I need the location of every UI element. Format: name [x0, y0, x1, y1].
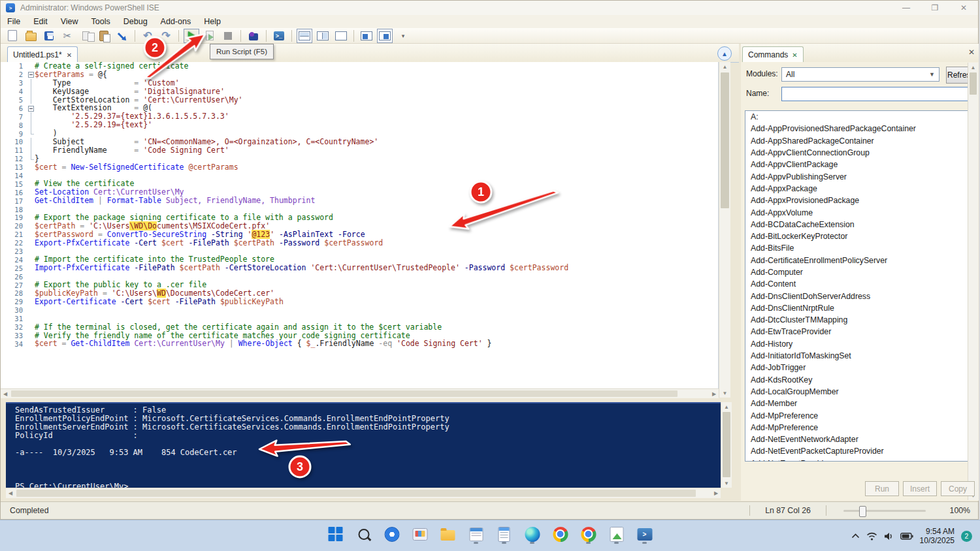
command-list-item[interactable]: Add-AppProvisionedSharedPackageContainer — [745, 123, 974, 134]
taskbar-app-image-editor-icon[interactable] — [609, 525, 625, 543]
editor-vscroll-thumb[interactable] — [721, 72, 729, 208]
volume-icon[interactable] — [884, 532, 894, 541]
command-list-item[interactable]: A: — [745, 111, 974, 123]
script-pane-right-button[interactable] — [315, 29, 331, 43]
redo-button[interactable]: ↷ — [158, 29, 174, 43]
run-selection-button[interactable] — [202, 29, 218, 43]
scroll-down-icon[interactable]: ▼ — [721, 479, 732, 488]
copy-button[interactable] — [78, 29, 93, 43]
scroll-right-icon[interactable]: ▶ — [710, 389, 719, 398]
script-editor[interactable]: 1# Create a self-signed certificate2$cer… — [1, 62, 719, 398]
fold-marker[interactable] — [27, 71, 35, 79]
editor-vscrollbar[interactable]: ▲ ▼ — [719, 62, 730, 398]
name-input[interactable] — [781, 87, 975, 101]
zoom-slider[interactable] — [843, 510, 926, 512]
command-list-item[interactable]: Add-MpPreference — [745, 409, 974, 421]
command-list-item[interactable]: Add-AppSharedPackageContainer — [745, 135, 974, 147]
console-pane[interactable]: SendAsTrustedIssuer : FalseEnrollmentPol… — [6, 402, 721, 488]
cut-button[interactable]: ✂ — [59, 29, 75, 43]
taskbar-powershell-icon[interactable]: > — [637, 525, 653, 543]
undo-button[interactable]: ↶ — [140, 29, 155, 43]
toolbar-overflow-button[interactable]: ▾ — [395, 29, 411, 43]
clear-console-button[interactable] — [114, 29, 130, 43]
command-list-item[interactable]: Add-DnsClientDohServerAddress — [745, 290, 974, 302]
command-list-item[interactable]: Add-BitsFile — [745, 242, 974, 254]
taskbar-chrome-icon[interactable] — [553, 525, 568, 543]
command-list-item[interactable]: Add-Computer — [745, 266, 974, 278]
menu-edit[interactable]: Edit — [27, 17, 54, 26]
tray-chevron-up-icon[interactable] — [851, 533, 860, 539]
scroll-down-icon[interactable]: ▼ — [719, 388, 730, 398]
command-list-item[interactable]: Add-CertificateEnrollmentPolicyServer — [745, 255, 974, 266]
command-list-item[interactable]: Add-BCDataCacheExtension — [745, 219, 974, 230]
taskbar-chrome-2-icon[interactable] — [581, 525, 596, 543]
collapse-script-pane-icon[interactable]: ▲ — [717, 46, 732, 61]
command-list-item[interactable]: Add-InitiatorIdToMaskingSet — [745, 350, 974, 362]
taskbar-start-icon[interactable] — [328, 525, 344, 543]
script-pane-maximized-button[interactable] — [333, 29, 349, 43]
scroll-left-icon[interactable]: ◀ — [1, 389, 10, 398]
command-list-item[interactable]: Add-AppxProvisionedPackage — [745, 195, 974, 206]
command-list-item[interactable]: Add-AppxPackage — [745, 183, 974, 195]
pane-close-icon[interactable]: ✕ — [968, 48, 975, 57]
taskbar-search-icon[interactable] — [356, 525, 372, 543]
minimize-button[interactable]: — — [892, 1, 921, 15]
command-list-item[interactable]: Add-KdsRootKey — [745, 374, 974, 386]
command-list-item[interactable]: Add-AppxVolume — [745, 206, 974, 218]
script-pane-top-button[interactable] — [297, 29, 312, 43]
commands-scroll-thumb[interactable] — [970, 72, 977, 95]
tab-commands[interactable]: Commands ✕ — [742, 46, 804, 63]
command-list-item[interactable]: Add-JobTrigger — [745, 362, 974, 373]
copy-button[interactable]: Copy — [941, 481, 975, 496]
command-list-item[interactable]: Add-Member — [745, 398, 974, 409]
command-list-item[interactable]: Add-EtwTraceProvider — [745, 326, 974, 338]
scroll-up-icon[interactable]: ▲ — [721, 402, 732, 411]
command-list-item[interactable]: Add-NetEventPacketCaptureProvider — [745, 445, 974, 457]
command-list-item[interactable]: Add-Content — [745, 278, 974, 290]
command-list-item[interactable]: Add-DnsClientNrptRule — [745, 302, 974, 314]
command-list-item[interactable]: Add-History — [745, 338, 974, 350]
editor-hscroll-thumb[interactable] — [11, 390, 678, 397]
command-list-item[interactable]: Add-DtcClusterTMMapping — [745, 314, 974, 326]
tab-close-icon[interactable]: ✕ — [67, 52, 72, 59]
battery-icon[interactable] — [900, 533, 913, 540]
taskbar-app-window-icon[interactable] — [468, 525, 484, 543]
command-list-item[interactable]: Add-AppvPublishingServer — [745, 170, 974, 182]
console-hscrollbar[interactable]: ◀ ▶ — [6, 488, 721, 498]
notification-badge[interactable]: 2 — [961, 531, 972, 542]
console-hscroll-thumb[interactable] — [16, 490, 696, 497]
modules-dropdown[interactable]: All ▼ — [781, 67, 939, 82]
tab-close-icon[interactable]: ✕ — [792, 52, 797, 59]
command-list-item[interactable]: Add-BitLockerKeyProtector — [745, 230, 974, 242]
command-list-item[interactable]: Add-MpPreference — [745, 422, 974, 433]
open-script-button[interactable] — [23, 29, 39, 43]
script-pane-float-button[interactable] — [377, 29, 393, 43]
close-button[interactable]: ✕ — [949, 1, 978, 15]
taskbar-file-explorer-icon[interactable] — [440, 525, 456, 543]
menu-help[interactable]: Help — [197, 17, 227, 26]
menu-tools[interactable]: Tools — [85, 17, 117, 26]
command-list-item[interactable]: Add-AppvClientConnectionGroup — [745, 147, 974, 159]
taskbar-app-blue-circle-icon[interactable] — [384, 525, 400, 543]
commands-list-scrollbar[interactable]: ▲ ▼ — [968, 63, 978, 500]
stop-operation-button[interactable] — [220, 29, 236, 43]
taskbar-edge-icon[interactable] — [525, 525, 540, 543]
menu-addons[interactable]: Add-ons — [154, 17, 198, 26]
paste-button[interactable] — [96, 29, 112, 43]
scroll-right-icon[interactable]: ▶ — [711, 488, 721, 498]
show-script-pane-button[interactable] — [359, 29, 374, 43]
new-script-button[interactable] — [5, 29, 20, 43]
fold-marker[interactable] — [27, 104, 35, 112]
command-list-item[interactable]: Add-LocalGroupMember — [745, 386, 974, 398]
run-button[interactable]: Run — [865, 481, 899, 496]
menu-view[interactable]: View — [54, 17, 85, 26]
menu-debug[interactable]: Debug — [117, 17, 154, 26]
taskbar-app-media-icon[interactable] — [412, 525, 428, 543]
tab-untitled1[interactable]: Untitled1.ps1* ✕ — [7, 46, 78, 63]
command-list-item[interactable]: Add-NetEventNetworkAdapter — [745, 433, 974, 445]
taskbar-notepad-icon[interactable] — [497, 525, 512, 543]
start-powershell-button[interactable]: >_ — [271, 29, 287, 43]
new-remote-powershell-tab-button[interactable] — [246, 29, 261, 43]
taskbar-clock[interactable]: 9:54 AM 10/3/2025 — [920, 527, 955, 545]
menu-file[interactable]: File — [1, 17, 27, 26]
